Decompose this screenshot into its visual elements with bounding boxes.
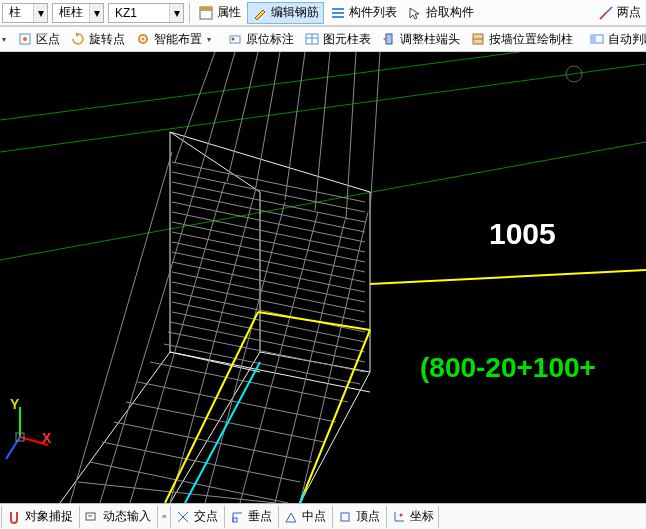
- label: 调整柱端头: [400, 31, 460, 48]
- two-point-icon: [598, 5, 614, 21]
- target-icon: [17, 31, 33, 47]
- status-bar: 对象捕捉 动态输入 » 交点 垂点 中点 顶点 坐标: [0, 503, 646, 529]
- chevron-down-icon: ▾: [89, 4, 103, 22]
- svg-line-56: [102, 442, 300, 482]
- pick-member-button[interactable]: 拾取构件: [403, 2, 478, 24]
- combo-value: KZ1: [109, 6, 169, 20]
- svg-rect-4: [332, 16, 344, 18]
- svg-line-59: [70, 152, 172, 503]
- properties-icon: [198, 5, 214, 21]
- label: 交点: [194, 508, 218, 525]
- cursor-icon: [407, 5, 423, 21]
- adjust-icon: [381, 31, 397, 47]
- axis-x-label: X: [42, 430, 51, 446]
- chevron-down-icon: ▾: [33, 4, 47, 22]
- auto-icon: [589, 31, 605, 47]
- svg-line-43: [172, 262, 365, 302]
- svg-point-86: [400, 513, 403, 516]
- column-table-button[interactable]: 图元柱表: [300, 28, 375, 50]
- svg-point-10: [142, 38, 145, 41]
- label: 坐标: [410, 508, 434, 525]
- toolbar-row-2: ▾ 区点 旋转点 智能布置 ▾ 原位标注 图元柱表 调整柱端头 按墙位置绘制柱 …: [0, 26, 646, 52]
- gear-icon: [135, 31, 151, 47]
- svg-rect-1: [200, 7, 212, 11]
- svg-line-34: [172, 172, 365, 212]
- snap-icon: [6, 509, 22, 525]
- svg-line-6: [600, 13, 606, 19]
- label: 旋转点: [89, 31, 125, 48]
- coord-icon: [391, 509, 407, 525]
- svg-line-28: [255, 52, 280, 192]
- svg-line-44: [172, 272, 365, 312]
- svg-line-22: [0, 64, 646, 152]
- svg-line-49: [170, 322, 365, 362]
- rotate-icon: [70, 31, 86, 47]
- svg-line-53: [138, 382, 336, 422]
- chevron-down-icon: ▾: [207, 35, 211, 44]
- wall-icon: [470, 31, 486, 47]
- svg-line-32: [370, 52, 380, 212]
- rotate-point-button[interactable]: 旋转点: [66, 28, 129, 50]
- chevron-down-icon: ▾: [169, 4, 183, 22]
- mid-icon: [283, 509, 299, 525]
- area-point-button[interactable]: 区点: [13, 28, 64, 50]
- label: 动态输入: [103, 508, 151, 525]
- svg-line-46: [172, 292, 365, 332]
- separator: [189, 3, 190, 23]
- combo-subcategory[interactable]: 框柱 ▾: [52, 3, 104, 23]
- viewport-3d[interactable]: 1005 (800-20+100+ Y X: [0, 52, 646, 503]
- auto-judge-button[interactable]: 自动判断: [585, 28, 646, 50]
- axis-y-label: Y: [10, 396, 19, 412]
- label: 对象捕捉: [25, 508, 73, 525]
- pencil-icon: [252, 5, 268, 21]
- svg-rect-20: [591, 35, 596, 43]
- edit-rebar-button[interactable]: 编辑钢筋: [247, 2, 324, 24]
- svg-line-47: [172, 302, 365, 342]
- table-icon: [304, 31, 320, 47]
- chevron-down-icon[interactable]: ▾: [2, 35, 6, 44]
- dimension-text: 1005: [489, 217, 556, 251]
- svg-line-36: [172, 192, 365, 232]
- dynamic-input-button[interactable]: 动态输入: [79, 506, 155, 528]
- svg-line-21: [0, 52, 520, 120]
- combo-member[interactable]: KZ1 ▾: [108, 3, 184, 23]
- coordinate-button[interactable]: 坐标: [386, 506, 439, 528]
- label: 构件列表: [349, 4, 397, 21]
- attributes-button[interactable]: 属性: [194, 2, 245, 24]
- midpoint-button[interactable]: 中点: [278, 506, 330, 528]
- label: 属性: [217, 4, 241, 21]
- more-button[interactable]: »: [157, 506, 168, 528]
- svg-line-68: [370, 270, 646, 284]
- svg-point-12: [232, 38, 235, 41]
- smart-layout-button[interactable]: 智能布置 ▾: [131, 28, 215, 50]
- svg-line-29: [285, 52, 305, 200]
- svg-line-37: [172, 202, 365, 242]
- member-list-button[interactable]: 构件列表: [326, 2, 401, 24]
- draw-by-wall-button[interactable]: 按墙位置绘制柱: [466, 28, 577, 50]
- label: 垂点: [248, 508, 272, 525]
- svg-rect-16: [386, 34, 392, 44]
- label: 原位标注: [246, 31, 294, 48]
- adjust-column-end-button[interactable]: 调整柱端头: [377, 28, 464, 50]
- object-snap-button[interactable]: 对象捕捉: [1, 506, 77, 528]
- svg-point-8: [23, 37, 27, 41]
- original-annotation-button[interactable]: 原位标注: [223, 28, 298, 50]
- toolbar-row-1: 柱 ▾ 框柱 ▾ KZ1 ▾ 属性 编辑钢筋 构件列表 拾取构件 两点: [0, 0, 646, 26]
- svg-line-51: [164, 344, 360, 384]
- two-point-button[interactable]: 两点: [594, 2, 645, 24]
- apex-button[interactable]: 顶点: [332, 506, 384, 528]
- label: 自动判断: [608, 31, 646, 48]
- svg-line-35: [172, 182, 365, 222]
- svg-line-76: [6, 437, 20, 459]
- svg-rect-2: [332, 8, 344, 10]
- label: 区点: [36, 31, 60, 48]
- perpendicular-button[interactable]: 垂点: [224, 506, 276, 528]
- intersection-button[interactable]: 交点: [170, 506, 222, 528]
- combo-value: 柱: [3, 4, 33, 21]
- svg-line-45: [172, 282, 365, 322]
- svg-line-67: [258, 312, 370, 330]
- svg-line-60: [100, 172, 200, 503]
- svg-line-25: [175, 52, 215, 162]
- label: 编辑钢筋: [271, 4, 319, 21]
- combo-category[interactable]: 柱 ▾: [2, 3, 48, 23]
